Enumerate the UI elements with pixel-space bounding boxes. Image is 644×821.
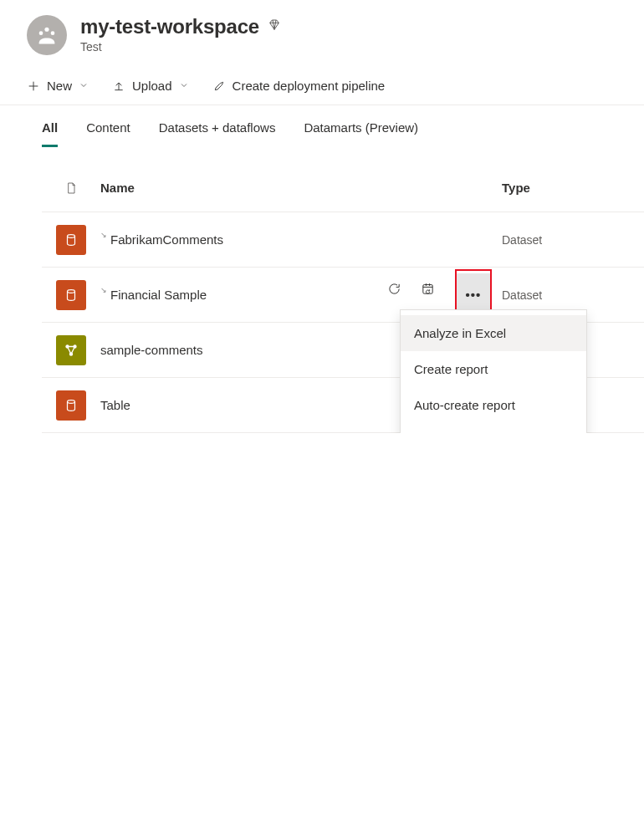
menu-create-paginated[interactable]: Create paginated report [401, 423, 586, 433]
workspace-title: my-test-workspace [80, 15, 259, 38]
svg-rect-5 [422, 285, 432, 294]
svg-point-2 [51, 31, 55, 35]
calendar-refresh-icon [421, 282, 435, 296]
svg-point-9 [68, 400, 75, 403]
people-icon [35, 23, 59, 47]
upload-label: Upload [132, 79, 172, 93]
svg-point-6 [66, 345, 69, 348]
upload-button[interactable]: Upload [112, 79, 189, 93]
chevron-down-icon [79, 79, 89, 93]
item-name: FabrikamComments [110, 232, 223, 247]
svg-point-7 [74, 345, 76, 348]
new-label: New [47, 79, 72, 93]
svg-point-1 [39, 31, 43, 35]
new-button[interactable]: New [27, 79, 89, 93]
tabs: All Content Datasets + dataflows Datamar… [0, 105, 644, 147]
column-header-type[interactable]: Type [502, 181, 644, 195]
menu-auto-create-report[interactable]: Auto-create report [401, 387, 586, 423]
table-header-row: Name Type [42, 164, 644, 212]
command-bar: New Upload Create deployment pipeline [0, 64, 644, 105]
refresh-button[interactable] [385, 269, 403, 309]
item-type: Dataset [502, 288, 644, 302]
tab-all[interactable]: All [42, 120, 58, 147]
column-header-name[interactable]: Name [100, 181, 385, 195]
svg-point-3 [68, 234, 75, 237]
more-options-menu: Analyze in Excel Create report Auto-crea… [400, 309, 587, 433]
dataset-icon [56, 280, 86, 310]
tab-datasets-dataflows[interactable]: Datasets + dataflows [159, 120, 276, 147]
schedule-refresh-button[interactable] [418, 269, 437, 309]
rocket-icon [212, 79, 226, 93]
item-name: sample-comments [100, 343, 203, 357]
column-header-icon[interactable] [42, 180, 100, 196]
table-row[interactable]: ↘ FabrikamComments Dataset [42, 212, 644, 268]
dataset-icon [56, 390, 86, 421]
svg-point-4 [68, 289, 75, 293]
upload-icon [112, 79, 125, 93]
refresh-icon [387, 282, 401, 296]
content-table: Name Type ↘ FabrikamComments Dataset ↘ F… [0, 147, 644, 433]
chevron-down-icon [179, 79, 189, 93]
workspace-subtitle: Test [80, 40, 281, 54]
ellipsis-icon: ••• [466, 288, 482, 302]
menu-analyze-in-excel[interactable]: Analyze in Excel [401, 315, 586, 351]
item-type: Dataset [502, 233, 644, 247]
plus-icon [27, 79, 40, 93]
dataflow-icon [56, 335, 86, 365]
premium-diamond-icon [268, 18, 281, 35]
expand-arrow-icon: ↘ [100, 231, 107, 239]
workspace-avatar [27, 15, 67, 55]
expand-arrow-icon: ↘ [100, 286, 107, 294]
menu-create-report[interactable]: Create report [401, 351, 586, 387]
tab-datamarts[interactable]: Datamarts (Preview) [304, 120, 418, 147]
create-pipeline-button[interactable]: Create deployment pipeline [212, 79, 386, 93]
tab-content[interactable]: Content [86, 120, 130, 147]
item-name: Table [100, 398, 130, 412]
svg-point-8 [70, 353, 73, 355]
item-name: Financial Sample [110, 288, 207, 302]
svg-point-0 [44, 28, 49, 32]
document-icon [64, 180, 78, 196]
dataset-icon [56, 225, 86, 255]
workspace-header: my-test-workspace Test [0, 0, 644, 64]
pipeline-label: Create deployment pipeline [233, 79, 386, 93]
